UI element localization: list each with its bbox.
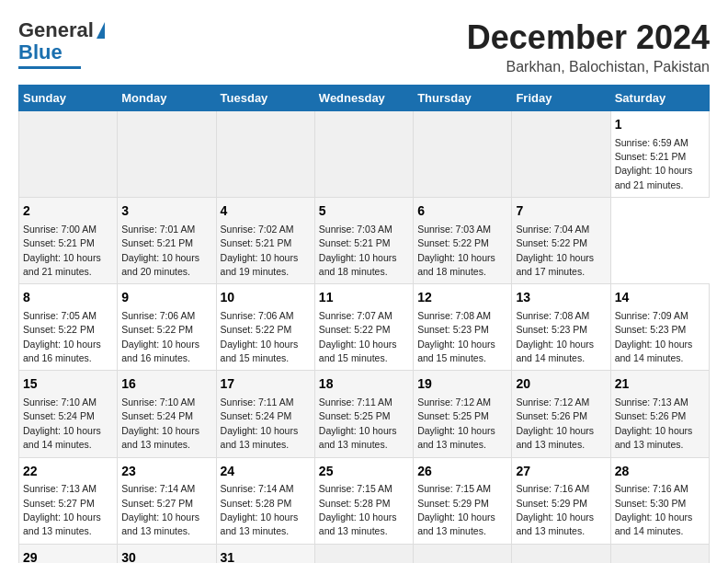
calendar-cell: 10Sunrise: 7:06 AMSunset: 5:22 PMDayligh… <box>216 284 314 371</box>
day-number: 1 <box>615 116 705 134</box>
logo-blue: Blue <box>18 40 63 64</box>
day-number: 28 <box>615 463 705 481</box>
day-number: 4 <box>221 202 311 221</box>
calendar-cell: 23Sunrise: 7:14 AMSunset: 5:27 PMDayligh… <box>118 457 216 544</box>
calendar-cell: 12Sunrise: 7:08 AMSunset: 5:23 PMDayligh… <box>414 284 512 371</box>
day-info: Sunrise: 7:04 AMSunset: 5:22 PMDaylight:… <box>516 224 594 277</box>
calendar-cell <box>216 111 314 198</box>
day-number: 18 <box>319 375 409 394</box>
page-header: General Blue December 2024 Barkhan, Balo… <box>18 18 710 75</box>
calendar-cell: 26Sunrise: 7:15 AMSunset: 5:29 PMDayligh… <box>414 457 512 544</box>
day-info: Sunrise: 7:10 AMSunset: 5:24 PMDaylight:… <box>23 396 101 450</box>
logo-triangle-icon <box>97 22 105 39</box>
day-number: 10 <box>221 289 311 307</box>
location-title: Barkhan, Balochistan, Pakistan <box>467 59 710 75</box>
header-day-wednesday: Wednesday <box>314 86 413 111</box>
day-number: 13 <box>516 289 606 307</box>
calendar-cell: 29Sunrise: 7:16 AMSunset: 5:31 PMDayligh… <box>19 544 118 563</box>
day-number: 12 <box>417 289 507 307</box>
day-number: 20 <box>516 375 606 394</box>
calendar-cell: 27Sunrise: 7:16 AMSunset: 5:29 PMDayligh… <box>512 457 610 544</box>
day-number: 3 <box>121 202 211 221</box>
day-info: Sunrise: 7:09 AMSunset: 5:23 PMDaylight:… <box>615 310 693 363</box>
month-title: December 2024 <box>467 18 710 57</box>
day-number: 15 <box>23 375 113 394</box>
calendar-week-2: 8Sunrise: 7:05 AMSunset: 5:22 PMDaylight… <box>19 284 710 371</box>
day-number: 27 <box>516 463 606 481</box>
day-info: Sunrise: 7:12 AMSunset: 5:25 PMDaylight:… <box>417 396 495 450</box>
calendar-cell: 3Sunrise: 7:01 AMSunset: 5:21 PMDaylight… <box>118 198 216 284</box>
day-number: 2 <box>23 202 113 221</box>
header-day-sunday: Sunday <box>19 86 118 111</box>
calendar-cell: 21Sunrise: 7:13 AMSunset: 5:26 PMDayligh… <box>610 371 709 457</box>
day-number: 11 <box>319 289 409 307</box>
day-info: Sunrise: 7:02 AMSunset: 5:21 PMDaylight:… <box>221 224 299 277</box>
calendar-body: 1Sunrise: 6:59 AMSunset: 5:21 PMDaylight… <box>19 111 710 564</box>
day-info: Sunrise: 7:08 AMSunset: 5:23 PMDaylight:… <box>417 310 495 363</box>
calendar-cell <box>314 111 413 198</box>
day-number: 26 <box>417 463 507 481</box>
day-number: 22 <box>23 463 113 481</box>
day-info: Sunrise: 7:08 AMSunset: 5:23 PMDaylight:… <box>516 310 594 363</box>
calendar-cell: 31Sunrise: 7:17 AMSunset: 5:32 PMDayligh… <box>216 544 314 563</box>
day-info: Sunrise: 7:14 AMSunset: 5:27 PMDaylight:… <box>121 483 199 536</box>
logo-general: General <box>18 18 94 42</box>
day-number: 8 <box>23 289 113 307</box>
day-info: Sunrise: 7:13 AMSunset: 5:27 PMDaylight:… <box>23 483 101 536</box>
day-info: Sunrise: 7:06 AMSunset: 5:22 PMDaylight:… <box>121 310 199 363</box>
day-info: Sunrise: 7:11 AMSunset: 5:25 PMDaylight:… <box>319 396 397 450</box>
day-info: Sunrise: 7:15 AMSunset: 5:29 PMDaylight:… <box>417 483 495 536</box>
day-info: Sunrise: 6:59 AMSunset: 5:21 PMDaylight:… <box>615 137 693 190</box>
calendar-cell: 15Sunrise: 7:10 AMSunset: 5:24 PMDayligh… <box>19 371 118 457</box>
calendar-cell: 11Sunrise: 7:07 AMSunset: 5:22 PMDayligh… <box>314 284 413 371</box>
day-info: Sunrise: 7:03 AMSunset: 5:22 PMDaylight:… <box>417 224 495 277</box>
calendar-cell: 16Sunrise: 7:10 AMSunset: 5:24 PMDayligh… <box>118 371 216 457</box>
calendar-cell: 8Sunrise: 7:05 AMSunset: 5:22 PMDaylight… <box>19 284 118 371</box>
day-number: 31 <box>221 549 311 563</box>
calendar-week-1: 2Sunrise: 7:00 AMSunset: 5:21 PMDaylight… <box>19 198 710 284</box>
calendar-cell: 17Sunrise: 7:11 AMSunset: 5:24 PMDayligh… <box>216 371 314 457</box>
calendar-cell: 2Sunrise: 7:00 AMSunset: 5:21 PMDaylight… <box>19 198 118 284</box>
calendar-cell: 28Sunrise: 7:16 AMSunset: 5:30 PMDayligh… <box>610 457 709 544</box>
day-info: Sunrise: 7:16 AMSunset: 5:29 PMDaylight:… <box>516 483 594 536</box>
calendar-cell <box>19 111 118 198</box>
day-info: Sunrise: 7:12 AMSunset: 5:26 PMDaylight:… <box>516 396 594 450</box>
day-number: 30 <box>121 549 211 563</box>
calendar-cell: 9Sunrise: 7:06 AMSunset: 5:22 PMDaylight… <box>118 284 216 371</box>
day-number: 6 <box>417 202 507 221</box>
header-day-tuesday: Tuesday <box>216 86 314 111</box>
calendar-cell: 1Sunrise: 6:59 AMSunset: 5:21 PMDaylight… <box>610 111 709 198</box>
calendar-cell: 5Sunrise: 7:03 AMSunset: 5:21 PMDaylight… <box>314 198 413 284</box>
day-info: Sunrise: 7:01 AMSunset: 5:21 PMDaylight:… <box>121 224 199 277</box>
calendar-cell: 7Sunrise: 7:04 AMSunset: 5:22 PMDaylight… <box>512 198 610 284</box>
day-number: 16 <box>121 375 211 394</box>
day-info: Sunrise: 7:00 AMSunset: 5:21 PMDaylight:… <box>23 224 101 277</box>
day-number: 25 <box>319 463 409 481</box>
day-info: Sunrise: 7:13 AMSunset: 5:26 PMDaylight:… <box>615 396 693 450</box>
calendar-cell <box>610 544 709 563</box>
calendar-cell: 14Sunrise: 7:09 AMSunset: 5:23 PMDayligh… <box>610 284 709 371</box>
calendar-cell: 24Sunrise: 7:14 AMSunset: 5:28 PMDayligh… <box>216 457 314 544</box>
calendar-cell: 30Sunrise: 7:17 AMSunset: 5:31 PMDayligh… <box>118 544 216 563</box>
calendar-week-4: 22Sunrise: 7:13 AMSunset: 5:27 PMDayligh… <box>19 457 710 544</box>
day-info: Sunrise: 7:05 AMSunset: 5:22 PMDaylight:… <box>23 310 101 363</box>
day-info: Sunrise: 7:16 AMSunset: 5:30 PMDaylight:… <box>615 483 693 536</box>
calendar-week-0: 1Sunrise: 6:59 AMSunset: 5:21 PMDaylight… <box>19 111 710 198</box>
calendar-cell <box>118 111 216 198</box>
calendar-cell: 18Sunrise: 7:11 AMSunset: 5:25 PMDayligh… <box>314 371 413 457</box>
day-info: Sunrise: 7:06 AMSunset: 5:22 PMDaylight:… <box>221 310 299 363</box>
day-number: 23 <box>121 463 211 481</box>
day-number: 14 <box>615 289 705 307</box>
calendar-cell <box>414 544 512 563</box>
calendar-cell <box>512 544 610 563</box>
day-number: 7 <box>516 202 606 221</box>
day-number: 5 <box>319 202 409 221</box>
day-number: 17 <box>221 375 311 394</box>
day-number: 29 <box>23 549 113 563</box>
day-info: Sunrise: 7:07 AMSunset: 5:22 PMDaylight:… <box>319 310 397 363</box>
day-number: 21 <box>615 375 705 394</box>
calendar-cell: 4Sunrise: 7:02 AMSunset: 5:21 PMDaylight… <box>216 198 314 284</box>
day-number: 24 <box>221 463 311 481</box>
calendar-cell <box>512 111 610 198</box>
calendar-cell: 19Sunrise: 7:12 AMSunset: 5:25 PMDayligh… <box>414 371 512 457</box>
